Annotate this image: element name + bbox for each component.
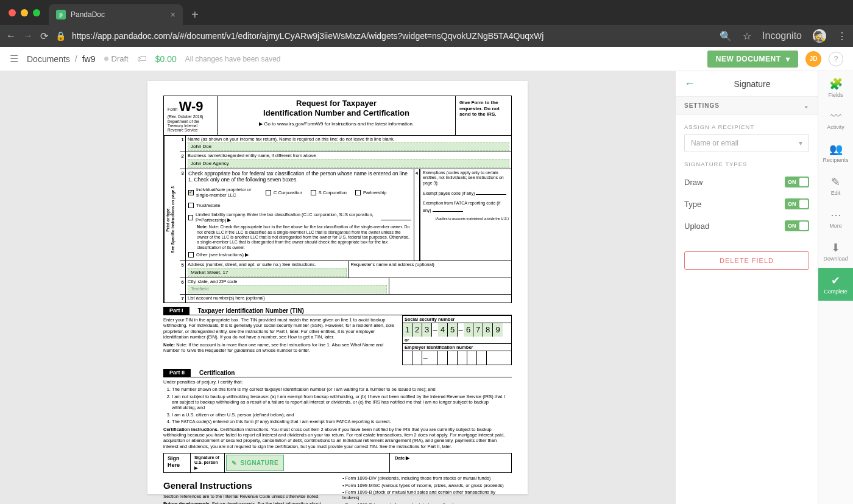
rail-activity[interactable]: 〰Activity <box>818 104 853 136</box>
help-icon[interactable]: ? <box>829 52 843 66</box>
checkbox-partnership[interactable] <box>355 190 361 195</box>
document-canvas[interactable]: Form W-9 (Rev. October 2018) Department … <box>0 71 675 504</box>
toggle-type[interactable]: ON <box>785 198 809 209</box>
chevron-down-icon: ▾ <box>786 55 790 63</box>
reload-button[interactable]: ⟳ <box>40 30 48 42</box>
checkbox-c-corp[interactable] <box>266 190 271 195</box>
chevron-down-icon: ⌄ <box>804 102 809 109</box>
document-name[interactable]: fw9 <box>82 54 96 64</box>
forward-button[interactable]: → <box>23 30 33 41</box>
browser-tab[interactable]: p PandaDoc × <box>49 4 183 25</box>
rail-download[interactable]: ⬇Download <box>818 235 853 268</box>
right-rail: 🧩Fields 〰Activity 👥Recipients ✎Edit ⋯Mor… <box>818 71 853 504</box>
edit-icon: ✎ <box>818 175 853 189</box>
toggle-draw[interactable]: ON <box>785 177 809 187</box>
toggle-label-draw: Draw <box>684 178 703 187</box>
settings-section-header[interactable]: SETTINGS ⌄ <box>676 97 818 115</box>
menu-icon[interactable]: ☰ <box>10 53 18 65</box>
checkbox-s-corp[interactable] <box>311 190 316 195</box>
recipient-select[interactable]: Name or email ▾ <box>684 134 809 152</box>
back-arrow-icon[interactable]: ← <box>684 77 695 90</box>
breadcrumb-documents[interactable]: Documents <box>27 54 70 64</box>
checkbox-llc[interactable] <box>188 215 193 220</box>
minimize-window[interactable] <box>21 9 28 16</box>
star-icon[interactable]: ☆ <box>743 30 751 42</box>
download-icon: ⬇ <box>818 241 853 254</box>
browser-menu-icon[interactable]: ⋮ <box>837 30 847 42</box>
close-window[interactable] <box>9 9 16 16</box>
close-tab-icon[interactable]: × <box>171 10 175 19</box>
ein-input[interactable]: – <box>403 351 511 365</box>
toggle-upload[interactable]: ON <box>785 220 809 231</box>
app-toolbar: ☰ Documents / fw9 Draft 🏷 $0.00 All chan… <box>0 47 853 71</box>
address-field[interactable]: Market Street, 17 <box>188 268 347 277</box>
incognito-icon: 🕵 <box>813 29 826 43</box>
checkbox-other[interactable] <box>188 252 194 257</box>
window-controls <box>0 9 49 16</box>
activity-icon: 〰 <box>818 110 853 123</box>
signature-field[interactable]: ✎ SIGNATURE <box>226 455 284 471</box>
rail-more[interactable]: ⋯More <box>818 202 853 235</box>
document-page: Form W-9 (Rev. October 2018) Department … <box>147 81 528 494</box>
name-field[interactable]: John Doe <box>188 142 509 152</box>
tag-icon[interactable]: 🏷 <box>137 54 147 65</box>
search-icon[interactable]: 🔍 <box>720 30 732 42</box>
address-bar: ← → ⟳ 🔒 https://app.pandadoc.com/a/#/doc… <box>0 25 853 47</box>
business-name-field[interactable]: John Doe Agency <box>188 159 509 168</box>
city-state-zip-field[interactable]: Textfield <box>188 285 387 294</box>
form-title: Request for Taxpayer <box>220 99 453 108</box>
pencil-icon: ✎ <box>232 460 237 467</box>
breadcrumb: Documents / fw9 <box>27 54 96 64</box>
status-dot-icon <box>104 57 108 61</box>
save-status: All changes have been saved <box>185 55 281 63</box>
back-button[interactable]: ← <box>6 30 16 41</box>
toggle-label-upload: Upload <box>684 222 709 231</box>
browser-tab-strip: p PandaDoc × + <box>0 0 853 25</box>
dropdown-caret-icon: ▾ <box>799 139 802 147</box>
lock-icon: 🔒 <box>55 31 66 41</box>
checkbox-sole-proprietor[interactable]: ✓ <box>188 190 194 195</box>
check-circle-icon: ✔ <box>818 274 853 287</box>
new-document-button[interactable]: NEW DOCUMENT ▾ <box>707 51 798 68</box>
people-icon: 👥 <box>818 142 853 156</box>
puzzle-icon: 🧩 <box>818 77 853 91</box>
signature-settings-panel: ← Signature SETTINGS ⌄ ASSIGN A RECIPIEN… <box>675 71 818 504</box>
maximize-window[interactable] <box>33 9 40 16</box>
document-total[interactable]: $0.00 <box>155 54 177 64</box>
rail-edit[interactable]: ✎Edit <box>818 169 853 202</box>
ssn-input[interactable]: 123 – 45 – 6789 <box>403 323 511 337</box>
toggle-label-type: Type <box>684 200 701 209</box>
rail-fields[interactable]: 🧩Fields <box>818 71 853 104</box>
new-tab-button[interactable]: + <box>183 8 207 22</box>
checkbox-trust[interactable] <box>188 203 194 208</box>
tab-title: PandaDoc <box>71 10 105 19</box>
url-text: https://app.pandadoc.com/a/#/document/v1… <box>72 31 543 41</box>
status-badge: Draft <box>104 54 129 63</box>
incognito-label: Incognito <box>762 30 802 41</box>
more-icon: ⋯ <box>818 208 853 222</box>
rail-recipients[interactable]: 👥Recipients <box>818 136 853 169</box>
favicon: p <box>56 10 66 19</box>
url-input[interactable]: 🔒 https://app.pandadoc.com/a/#/document/… <box>55 31 712 41</box>
avatar[interactable]: JD <box>805 51 821 67</box>
delete-field-button[interactable]: DELETE FIELD <box>684 251 809 270</box>
panel-title: Signature <box>734 79 771 89</box>
rail-complete[interactable]: ✔Complete <box>818 268 853 301</box>
